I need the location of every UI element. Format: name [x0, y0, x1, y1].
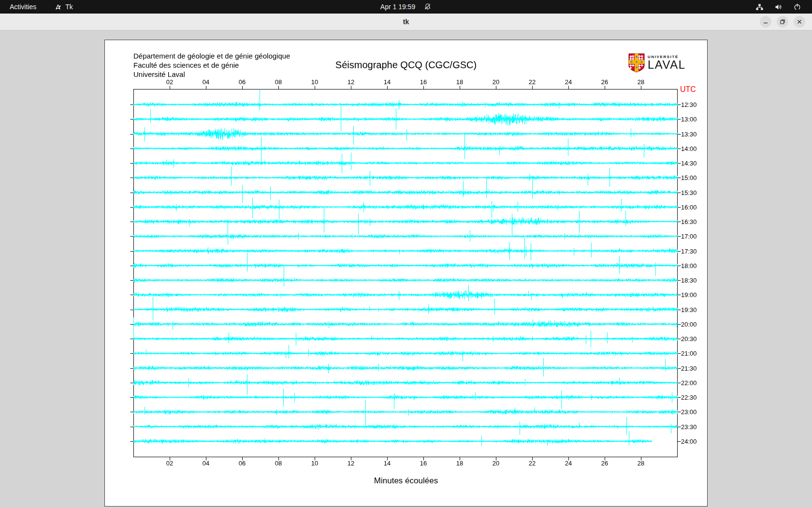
utc-time-label: 23:30 — [681, 423, 697, 430]
utc-time-label: 12:30 — [681, 101, 697, 108]
utc-time-label: 17:00 — [681, 233, 697, 240]
universite-laval-logo: UNIVERSITÉ LAVAL — [628, 53, 686, 73]
header-line-3: Université Laval — [133, 70, 290, 79]
x-tick-label-bottom: 08 — [275, 460, 282, 467]
utc-time-label: 14:00 — [681, 145, 697, 152]
x-tick-label-bottom: 06 — [239, 460, 246, 467]
x-tick-label-top: 22 — [529, 78, 536, 86]
volume-icon — [774, 3, 783, 11]
utc-time-label: 22:00 — [681, 379, 697, 386]
utc-time-label: 15:00 — [681, 174, 697, 181]
close-button[interactable] — [794, 16, 805, 28]
minimize-icon — [763, 19, 768, 25]
x-tick-label-top: 04 — [203, 78, 209, 86]
x-tick-label-top: 26 — [601, 78, 608, 86]
x-tick-label-top: 24 — [565, 78, 572, 86]
utc-time-label: 14:30 — [681, 160, 697, 167]
utc-time-label: 13:00 — [681, 116, 697, 123]
x-tick-label-bottom: 18 — [456, 460, 463, 467]
x-tick-label-bottom: 04 — [203, 460, 209, 467]
x-tick-label-top: 06 — [239, 78, 246, 86]
utc-time-label: 24:00 — [681, 437, 697, 445]
maximize-button[interactable] — [777, 16, 788, 28]
utc-time-label: 23:00 — [681, 408, 697, 416]
close-icon — [797, 19, 802, 25]
utc-time-label: 19:00 — [681, 291, 697, 299]
window-title: tk — [0, 14, 812, 30]
x-tick-label-bottom: 26 — [601, 460, 608, 467]
utc-time-label: 13:30 — [681, 130, 697, 137]
seismograph-image: Département de géologie et de génie géol… — [104, 40, 708, 507]
x-tick-label-bottom: 24 — [565, 460, 572, 467]
utc-time-label: 18:30 — [681, 277, 697, 284]
notifications-off-icon — [424, 3, 432, 11]
utc-time-label: 18:00 — [681, 262, 697, 269]
x-tick-label-top: 02 — [166, 78, 173, 86]
utc-time-label: 21:00 — [681, 350, 697, 357]
x-tick-label-bottom: 20 — [493, 460, 499, 467]
app-menu-label: Tk — [65, 3, 73, 11]
x-tick-label-bottom: 16 — [420, 460, 427, 467]
desktop: Activities Tk Apr 1 19:59 — [0, 0, 812, 508]
plot-title: Séismographe QCQ (CGC/GSC) — [105, 60, 707, 71]
maximize-icon — [780, 19, 785, 25]
seismogram-canvas — [105, 40, 707, 506]
laval-shield-icon — [628, 53, 645, 73]
utc-time-label: 20:00 — [681, 320, 697, 328]
x-tick-label-bottom: 28 — [638, 460, 644, 467]
x-tick-label-bottom: 10 — [311, 460, 318, 467]
network-wired-icon — [755, 3, 764, 11]
x-tick-label-bottom: 14 — [384, 460, 391, 467]
power-icon — [793, 3, 801, 11]
utc-time-label: 16:30 — [681, 218, 697, 225]
utc-time-label: 15:30 — [681, 189, 697, 196]
x-tick-label-top: 08 — [275, 78, 282, 86]
x-tick-label-bottom: 02 — [166, 460, 173, 467]
utc-time-label: 22:30 — [681, 394, 697, 401]
minimize-button[interactable] — [760, 16, 771, 28]
clock-area[interactable]: Apr 1 19:59 — [380, 3, 432, 11]
utc-time-label: 16:00 — [681, 203, 697, 210]
x-tick-label-bottom: 12 — [348, 460, 354, 467]
utc-axis-label: UTC — [680, 85, 696, 94]
window-titlebar: tk — [0, 14, 812, 30]
clock-label: Apr 1 19:59 — [380, 3, 415, 11]
x-tick-label-top: 16 — [420, 78, 427, 86]
x-tick-label-bottom: 22 — [529, 460, 536, 467]
utc-time-label: 20:30 — [681, 335, 697, 343]
x-tick-label-top: 28 — [638, 78, 644, 86]
x-tick-label-top: 18 — [456, 78, 463, 86]
x-tick-label-top: 14 — [384, 78, 391, 86]
system-status-area[interactable] — [755, 0, 812, 14]
top-bar: Activities Tk Apr 1 19:59 — [0, 0, 812, 14]
x-tick-label-top: 20 — [493, 78, 499, 86]
utc-time-label: 17:30 — [681, 247, 697, 254]
utc-time-label: 21:30 — [681, 364, 697, 372]
app-menu[interactable]: Tk — [55, 3, 73, 11]
x-tick-label-top: 12 — [348, 78, 354, 86]
tk-app-icon — [55, 3, 62, 11]
x-tick-label-top: 10 — [311, 78, 318, 86]
activities-button[interactable]: Activities — [10, 3, 36, 11]
logo-text-large: LAVAL — [648, 59, 686, 71]
utc-time-label: 19:30 — [681, 306, 697, 313]
x-axis-title: Minutes écoulées — [105, 476, 707, 486]
